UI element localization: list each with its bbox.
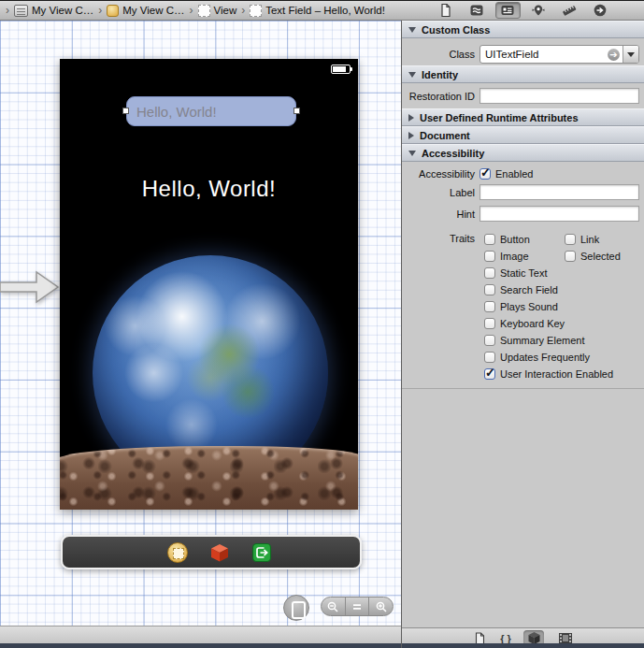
breadcrumb-label: Text Field – Hello, World! — [265, 5, 385, 16]
trait-plays-sound-checkbox[interactable] — [484, 301, 495, 312]
battery-icon — [331, 65, 351, 74]
trait-row: Search Field — [402, 281, 644, 298]
file-inspector-tab[interactable] — [434, 2, 459, 19]
section-header-document[interactable]: Document — [402, 126, 644, 144]
disclosure-down-icon[interactable] — [408, 151, 416, 156]
trait-row: User Interaction Enabled — [402, 366, 644, 382]
breadcrumb-item-view-controller[interactable]: My View C… — [107, 5, 184, 17]
class-dropdown-button[interactable] — [623, 46, 638, 63]
trait-label: Selected — [576, 251, 621, 262]
scene-dock — [61, 535, 362, 569]
trait-label: Link — [576, 234, 599, 245]
quick-help-inspector-tab[interactable] — [465, 2, 490, 19]
trait-updates-frequently-checkbox[interactable] — [484, 352, 495, 363]
accessibility-enabled-checkbox[interactable] — [479, 168, 491, 180]
actual-size-button[interactable] — [345, 598, 369, 615]
view-icon — [198, 5, 210, 17]
iphone-view[interactable]: Hello, World! Hello, World! — [60, 59, 358, 510]
chevron-right-icon: › — [240, 4, 246, 17]
inspector-selector-bar — [402, 1, 644, 20]
first-responder-cube-icon[interactable] — [209, 542, 230, 563]
disclosure-down-icon[interactable] — [408, 72, 416, 78]
trait-label: Static Text — [495, 267, 548, 279]
identity-inspector-tab[interactable] — [495, 2, 521, 19]
trait-row: Button Link — [402, 231, 644, 248]
connections-arrow-icon — [593, 3, 608, 18]
trait-summary-element-checkbox[interactable] — [484, 335, 495, 346]
editor-bottom-bar — [0, 626, 401, 643]
breadcrumb: › My View C… › My View C… › View › Text … — [0, 1, 402, 20]
storyboard-canvas[interactable]: Hello, World! Hello, World! — [0, 21, 401, 626]
trait-static-text-checkbox[interactable] — [484, 267, 495, 279]
trait-label: Summary Element — [495, 335, 584, 346]
section-header-accessibility[interactable]: Accessibility — [402, 144, 644, 162]
exit-icon[interactable] — [251, 542, 272, 563]
trait-keyboard-key-checkbox[interactable] — [484, 318, 495, 329]
moon-surface-image — [60, 446, 358, 510]
actual-size-icon — [351, 601, 363, 612]
view-controller-icon — [107, 5, 119, 17]
jump-to-class-icon[interactable]: ➔ — [608, 49, 620, 61]
size-inspector-tab[interactable] — [557, 2, 582, 19]
connections-inspector-tab[interactable] — [588, 2, 613, 19]
section-title: User Defined Runtime Attributes — [420, 112, 579, 123]
resize-handle-right[interactable] — [293, 108, 300, 114]
jump-bar: › My View C… › My View C… › View › Text … — [0, 0, 644, 21]
class-combo-box[interactable]: UITextField ➔ — [479, 45, 639, 64]
label-label: Label — [404, 187, 479, 198]
initial-scene-arrow-icon[interactable] — [0, 269, 60, 305]
window-icon — [14, 5, 28, 17]
trait-label: Image — [495, 251, 529, 262]
zoom-out-button[interactable] — [322, 598, 345, 615]
trait-link-checkbox[interactable] — [565, 234, 576, 245]
braces-icon: { } — [500, 633, 511, 644]
ruler-icon — [562, 3, 577, 18]
canvas-label[interactable]: Hello, World! — [60, 176, 358, 202]
canvas-text-field-text: Hello, World! — [136, 104, 217, 120]
accessibility-label-row: Label — [402, 181, 644, 203]
disclosure-down-icon[interactable] — [408, 27, 416, 33]
breadcrumb-label: My View C… — [32, 5, 93, 16]
accessibility-hint-field[interactable] — [479, 206, 639, 222]
trait-row: Keyboard Key — [402, 315, 644, 332]
enabled-label: Enabled — [491, 168, 533, 180]
trait-label: User Interaction Enabled — [495, 368, 613, 380]
trait-image-checkbox[interactable] — [484, 251, 495, 262]
section-header-custom-class[interactable]: Custom Class — [402, 21, 644, 38]
attributes-inspector-tab[interactable] — [526, 2, 551, 19]
resize-handle-left[interactable] — [122, 108, 129, 114]
chevron-right-icon: › — [97, 4, 103, 17]
trait-user-interaction-checkbox[interactable] — [484, 368, 495, 380]
identity-card-icon — [500, 3, 515, 18]
zoom-in-button[interactable] — [368, 598, 393, 615]
disclosure-right-icon[interactable] — [408, 132, 414, 139]
section-title: Custom Class — [422, 24, 490, 36]
section-title: Accessibility — [422, 148, 484, 159]
window-bottom-edge — [0, 643, 644, 648]
device-form-factor-button[interactable] — [283, 595, 309, 621]
breadcrumb-item-text-field[interactable]: Text Field – Hello, World! — [250, 5, 385, 17]
breadcrumb-item-view[interactable]: View — [198, 5, 237, 17]
canvas-text-field[interactable]: Hello, World! — [126, 96, 296, 126]
accessibility-label: Accessibility — [404, 168, 479, 180]
disclosure-right-icon[interactable] — [408, 114, 414, 122]
section-header-identity[interactable]: Identity — [402, 65, 644, 83]
chevron-right-icon: › — [5, 4, 10, 17]
trait-selected-checkbox[interactable] — [565, 251, 576, 262]
trait-button-checkbox[interactable] — [484, 234, 495, 245]
trait-search-field-checkbox[interactable] — [484, 284, 495, 295]
panel-divider[interactable] — [401, 21, 402, 648]
breadcrumb-item-window[interactable]: My View C… — [14, 5, 93, 17]
trait-row: Updates Frequently — [402, 349, 644, 366]
class-value: UITextField — [485, 49, 539, 60]
traits-group: Traits Button Link Image Selected Static… — [402, 224, 644, 389]
zoom-segmented-control — [321, 597, 394, 616]
accessibility-enabled-row: Accessibility Enabled — [402, 162, 644, 181]
trait-row: Summary Element — [402, 332, 644, 349]
breadcrumb-label: My View C… — [122, 5, 184, 16]
section-header-runtime-attributes[interactable]: User Defined Runtime Attributes — [402, 108, 644, 126]
zoom-in-icon — [375, 600, 388, 613]
restoration-id-field[interactable] — [479, 88, 639, 104]
accessibility-label-field[interactable] — [479, 184, 639, 200]
files-owner-icon[interactable] — [167, 542, 188, 563]
